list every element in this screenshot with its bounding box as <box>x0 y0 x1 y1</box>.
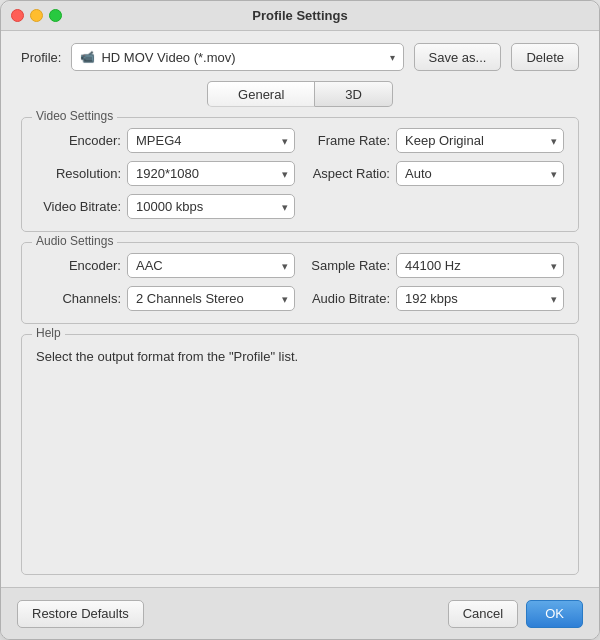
resolution-field: Resolution: 1920*1080 <box>36 161 295 186</box>
sample-rate-select[interactable]: 44100 Hz <box>396 253 564 278</box>
bottom-bar: Restore Defaults Cancel OK <box>1 587 599 639</box>
profile-settings-window: Profile Settings Profile: 📹 HD MOV Video… <box>0 0 600 640</box>
sample-rate-label: Sample Rate: <box>305 258 390 273</box>
window-title: Profile Settings <box>252 8 347 23</box>
framerate-field: Frame Rate: Keep Original <box>305 128 564 153</box>
encoder-select[interactable]: MPEG4 <box>127 128 295 153</box>
audio-bitrate-select[interactable]: 192 kbps <box>396 286 564 311</box>
channels-select-wrap: 2 Channels Stereo <box>127 286 295 311</box>
aspect-ratio-label: Aspect Ratio: <box>305 166 390 181</box>
tabs-row: General 3D <box>21 81 579 107</box>
video-fields-grid: Encoder: MPEG4 Frame Rate: Keep Original <box>36 128 564 219</box>
bottom-right-buttons: Cancel OK <box>448 600 583 628</box>
cancel-button[interactable]: Cancel <box>448 600 518 628</box>
profile-label: Profile: <box>21 50 61 65</box>
video-settings-label: Video Settings <box>32 109 117 123</box>
aspect-ratio-select-wrap: Auto <box>396 161 564 186</box>
audio-encoder-label: Encoder: <box>36 258 121 273</box>
restore-defaults-button[interactable]: Restore Defaults <box>17 600 144 628</box>
audio-bitrate-label: Audio Bitrate: <box>305 291 390 306</box>
tab-general[interactable]: General <box>207 81 315 107</box>
audio-fields-grid: Encoder: AAC Sample Rate: 44100 Hz <box>36 253 564 311</box>
help-text: Select the output format from the "Profi… <box>36 349 564 364</box>
resolution-label: Resolution: <box>36 166 121 181</box>
audio-settings-label: Audio Settings <box>32 234 117 248</box>
profile-row: Profile: 📹 HD MOV Video (*.mov) ▾ Save a… <box>21 43 579 71</box>
ok-button[interactable]: OK <box>526 600 583 628</box>
profile-select[interactable]: 📹 HD MOV Video (*.mov) ▾ <box>71 43 403 71</box>
audio-encoder-select[interactable]: AAC <box>127 253 295 278</box>
channels-label: Channels: <box>36 291 121 306</box>
encoder-field: Encoder: MPEG4 <box>36 128 295 153</box>
sample-rate-select-wrap: 44100 Hz <box>396 253 564 278</box>
encoder-select-wrap: MPEG4 <box>127 128 295 153</box>
aspect-ratio-select[interactable]: Auto <box>396 161 564 186</box>
help-label: Help <box>32 326 65 340</box>
profile-value: HD MOV Video (*.mov) <box>101 50 383 65</box>
delete-button[interactable]: Delete <box>511 43 579 71</box>
aspect-ratio-field: Aspect Ratio: Auto <box>305 161 564 186</box>
framerate-select-wrap: Keep Original <box>396 128 564 153</box>
video-settings-section: Video Settings Encoder: MPEG4 Frame Rate… <box>21 117 579 232</box>
traffic-lights <box>11 9 62 22</box>
encoder-label: Encoder: <box>36 133 121 148</box>
framerate-select[interactable]: Keep Original <box>396 128 564 153</box>
framerate-label: Frame Rate: <box>305 133 390 148</box>
video-bitrate-select-wrap: 10000 kbps <box>127 194 295 219</box>
resolution-select-wrap: 1920*1080 <box>127 161 295 186</box>
tab-3d[interactable]: 3D <box>315 81 393 107</box>
audio-encoder-select-wrap: AAC <box>127 253 295 278</box>
video-bitrate-label: Video Bitrate: <box>36 199 121 214</box>
audio-encoder-field: Encoder: AAC <box>36 253 295 278</box>
save-as-button[interactable]: Save as... <box>414 43 502 71</box>
chevron-down-icon: ▾ <box>390 52 395 63</box>
audio-settings-section: Audio Settings Encoder: AAC Sample Rate: <box>21 242 579 324</box>
audio-bitrate-select-wrap: 192 kbps <box>396 286 564 311</box>
video-bitrate-field: Video Bitrate: 10000 kbps <box>36 194 295 219</box>
channels-select[interactable]: 2 Channels Stereo <box>127 286 295 311</box>
resolution-select[interactable]: 1920*1080 <box>127 161 295 186</box>
help-section: Help Select the output format from the "… <box>21 334 579 575</box>
maximize-button[interactable] <box>49 9 62 22</box>
main-content: Profile: 📹 HD MOV Video (*.mov) ▾ Save a… <box>1 31 599 587</box>
titlebar: Profile Settings <box>1 1 599 31</box>
video-icon: 📹 <box>80 50 95 64</box>
sample-rate-field: Sample Rate: 44100 Hz <box>305 253 564 278</box>
close-button[interactable] <box>11 9 24 22</box>
channels-field: Channels: 2 Channels Stereo <box>36 286 295 311</box>
minimize-button[interactable] <box>30 9 43 22</box>
audio-bitrate-field: Audio Bitrate: 192 kbps <box>305 286 564 311</box>
video-bitrate-select[interactable]: 10000 kbps <box>127 194 295 219</box>
